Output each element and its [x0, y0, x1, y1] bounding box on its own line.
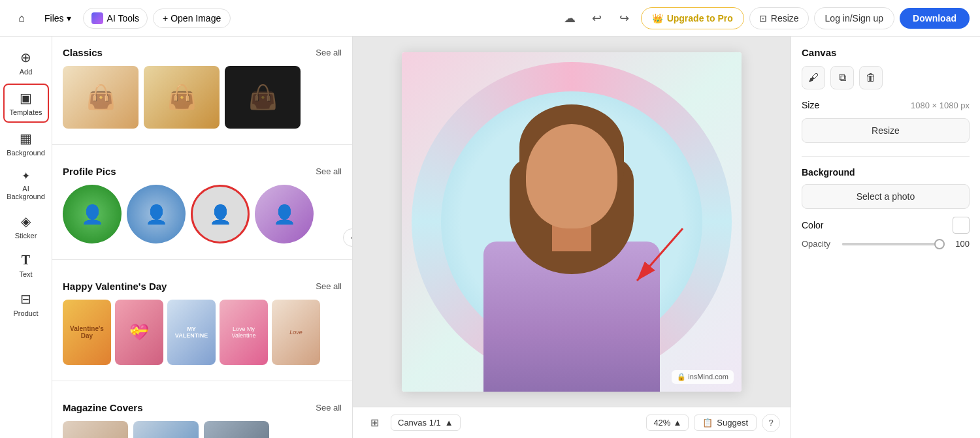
- canvas-area: 🔒 insMind.com ⊞: [353, 37, 791, 438]
- profile-item-4[interactable]: 👤: [255, 185, 314, 243]
- canvas-right-title: Canvas: [802, 47, 970, 58]
- canvas-frame: 🔒 insMind.com: [402, 52, 742, 392]
- magazine-section: Magazine Covers See all FO FOCO ▊▊: [52, 392, 352, 438]
- open-image-label: + Open Image: [163, 13, 221, 23]
- resize-canvas-button[interactable]: Resize: [802, 118, 970, 143]
- valentine-item-4[interactable]: Love My Valentine: [220, 300, 268, 365]
- bag-icon-2: 👜: [167, 84, 197, 111]
- valentine-item-1[interactable]: Valentine's Day: [63, 300, 111, 365]
- undo-button[interactable]: ↩: [586, 7, 608, 29]
- valentine-item-3[interactable]: MY VALENTINE: [167, 300, 216, 365]
- magazine-see-all[interactable]: See all: [316, 403, 342, 413]
- suggest-icon: 📋: [702, 418, 713, 428]
- profile-item-2[interactable]: 👤: [127, 185, 186, 243]
- paint-tool-button[interactable]: 🖌: [802, 66, 825, 89]
- background-section: Background Select a photo Color Opacity …: [802, 167, 970, 249]
- valentine-item-2[interactable]: 💝: [115, 300, 163, 365]
- select-photo-button[interactable]: Select a photo: [802, 184, 970, 209]
- right-divider-1: [802, 156, 970, 157]
- magazine-title: Magazine Covers: [63, 402, 143, 413]
- opacity-row: Opacity 100: [802, 239, 970, 249]
- color-row: Color: [802, 217, 970, 234]
- opacity-thumb[interactable]: [934, 239, 945, 249]
- classics-see-all[interactable]: See all: [316, 48, 342, 57]
- classics-item-3[interactable]: 👜: [225, 66, 301, 129]
- canvas-container[interactable]: 🔒 insMind.com: [353, 37, 791, 407]
- sidebar-item-product[interactable]: ⊟ Product: [3, 286, 49, 322]
- layers-button[interactable]: ⊞: [363, 412, 385, 434]
- open-image-button[interactable]: + Open Image: [153, 8, 231, 28]
- zoom-button[interactable]: 42% ▲: [646, 415, 689, 431]
- magazine-item-1[interactable]: FO: [63, 421, 128, 438]
- upgrade-button[interactable]: 👑 Upgrade to Pro: [641, 7, 744, 29]
- classics-section: Classics See all 👜 👜 👜: [52, 37, 352, 134]
- home-button[interactable]: ⌂: [10, 7, 33, 29]
- resize-nav-icon: ⊡: [759, 13, 767, 23]
- help-button[interactable]: ?: [762, 414, 780, 432]
- upgrade-icon: 👑: [652, 13, 663, 23]
- bottom-bar-left: ⊞ Canvas 1/1 ▲: [363, 412, 461, 434]
- valentine-item-5[interactable]: Love: [272, 300, 320, 365]
- resize-canvas-label: Resize: [872, 125, 900, 136]
- zoom-value: 42%: [653, 418, 670, 428]
- files-button[interactable]: Files ▾: [38, 9, 78, 27]
- magazine-item-2[interactable]: FOCO: [133, 421, 199, 438]
- classics-header: Classics See all: [63, 47, 342, 58]
- templates-label: Templates: [9, 108, 42, 116]
- sticker-icon: ◈: [21, 213, 31, 229]
- classics-item-2[interactable]: 👜: [144, 66, 220, 129]
- add-label: Add: [20, 68, 33, 76]
- upgrade-label: Upgrade to Pro: [667, 13, 733, 23]
- val-text-1: Valentine's Day: [65, 325, 108, 339]
- profile-item-1[interactable]: 👤: [63, 185, 122, 243]
- sidebar-item-templates[interactable]: ▣ Templates: [3, 84, 49, 123]
- help-icon: ?: [768, 418, 773, 428]
- watermark: 🔒 insMind.com: [672, 370, 734, 384]
- login-button[interactable]: Log in/Sign up: [814, 7, 895, 29]
- classics-grid: 👜 👜 👜: [63, 66, 342, 129]
- val-text-4: Love My Valentine: [222, 326, 265, 339]
- size-label: Size: [802, 100, 819, 110]
- sidebar-item-ai-background[interactable]: ✦ AI Background: [3, 164, 49, 206]
- right-panel: Canvas 🖌 ⧉ 🗑 Size 1080 × 1080 px Resize …: [791, 37, 980, 438]
- sidebar-item-background[interactable]: ▦ Background: [3, 125, 49, 162]
- delete-tool-button[interactable]: 🗑: [859, 66, 883, 89]
- val-text-3: MY VALENTINE: [170, 326, 213, 339]
- canvas-label-button[interactable]: Canvas 1/1 ▲: [391, 415, 461, 431]
- size-value: 1080 × 1080 px: [911, 101, 970, 110]
- sidebar-item-sticker[interactable]: ◈ Sticker: [3, 208, 49, 245]
- opacity-slider[interactable]: [842, 243, 945, 245]
- ai-tools-label: AI Tools: [107, 13, 140, 23]
- magazine-item-3[interactable]: ▊▊: [204, 421, 269, 438]
- color-swatch[interactable]: [953, 217, 970, 234]
- valentine-title: Happy Valentine's Day: [63, 281, 167, 292]
- download-button[interactable]: Download: [900, 8, 970, 29]
- download-label: Download: [913, 13, 956, 23]
- sticker-label: Sticker: [15, 232, 37, 240]
- valentine-see-all[interactable]: See all: [316, 281, 342, 291]
- watermark-text: 🔒 insMind.com: [677, 373, 728, 381]
- files-label: Files: [44, 13, 64, 23]
- canvas-background: 🔒 insMind.com: [402, 52, 742, 392]
- sidebar-item-add[interactable]: ⊕ Add: [3, 44, 49, 81]
- profile-pics-see-all[interactable]: See all: [316, 166, 342, 176]
- canvas-bottom-bar: ⊞ Canvas 1/1 ▲ 42% ▲ 📋 Suggest ?: [353, 407, 791, 438]
- divider-3: [52, 381, 352, 381]
- suggest-label: Suggest: [717, 418, 748, 428]
- sync-button[interactable]: ☁: [559, 7, 581, 29]
- bag-icon-1: 👜: [86, 84, 116, 111]
- sidebar-item-text[interactable]: T Text: [3, 247, 49, 283]
- profile-pics-title: Profile Pics: [63, 166, 116, 177]
- profile-item-3-selected[interactable]: 👤: [191, 185, 250, 243]
- text-icon: T: [22, 253, 30, 268]
- templates-panel: Classics See all 👜 👜 👜 Profile Pics See: [52, 37, 353, 438]
- color-label: Color: [802, 220, 823, 230]
- redo-button[interactable]: ↪: [613, 7, 636, 29]
- magazine-grid: FO FOCO ▊▊: [63, 421, 342, 438]
- resize-button[interactable]: ⊡ Resize: [749, 7, 809, 29]
- ai-tools-button[interactable]: AI Tools: [83, 8, 148, 29]
- icon-sidebar: ⊕ Add ▣ Templates ▦ Background ✦ AI Back…: [0, 37, 52, 438]
- suggest-button[interactable]: 📋 Suggest: [694, 415, 757, 431]
- classics-item-1[interactable]: 👜: [63, 66, 139, 129]
- copy-tool-button[interactable]: ⧉: [830, 66, 854, 89]
